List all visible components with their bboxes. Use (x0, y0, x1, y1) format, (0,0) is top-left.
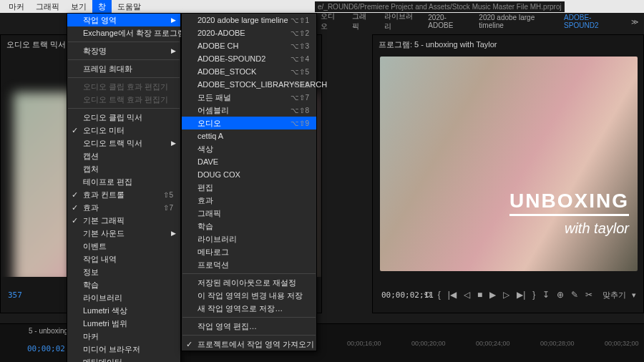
window-menu[interactable]: 작업 영역▶Exchange에서 확장 프로그램 찾기…확장명▶프레임 최대화오… (67, 13, 181, 362)
transport-button[interactable]: } (532, 290, 535, 300)
transport-button[interactable]: ✂ (585, 290, 592, 300)
menu-item[interactable]: 효과 (182, 194, 316, 207)
transport-button[interactable]: ▶| (517, 290, 525, 300)
menu-item[interactable]: cettiq A (182, 129, 316, 142)
workspace-tab[interactable]: ADOBE-SPOUND2 (558, 14, 624, 29)
menu-item[interactable]: 프로덕션 (182, 258, 316, 271)
menu-item[interactable]: 어셈블리⌥⇧8 (182, 104, 316, 117)
menu-item-label: 어셈블리 (197, 105, 229, 116)
menu-item[interactable]: 새 작업 영역으로 저장… (182, 302, 316, 315)
menu-item[interactable]: ✓기본 그래픽 (67, 214, 180, 227)
workspace-tab[interactable]: 2020-ADOBE (422, 14, 472, 29)
menu-item[interactable]: Lumetri 범위 (67, 317, 180, 330)
workspace-submenu[interactable]: 2020 adobe large timeline⌥⇧12020-ADOBE⌥⇧… (181, 13, 317, 351)
menu-item[interactable]: 미디어 브라우저 (67, 343, 180, 356)
menu-item[interactable]: 저장된 레이아웃으로 재설정 (182, 276, 316, 289)
menu-item[interactable]: ✓프로젝트에서 작업 영역 가져오기 (182, 338, 316, 351)
menu-item-label: ADOBE CH (197, 41, 238, 50)
transport-button[interactable]: ▶ (489, 290, 496, 300)
menu-item[interactable]: 기본 사운드▶ (67, 227, 180, 240)
menu-item-label: 2020 adobe large timeline (197, 16, 288, 24)
menu-item[interactable]: Exchange에서 확장 프로그램 찾기… (67, 26, 180, 39)
menubar-item[interactable]: 그래픽 (30, 0, 65, 14)
workspace-tabs[interactable]: 오디오그래픽라이브러리2020-ADOBE2020 adobe large ti… (315, 13, 644, 30)
menu-item[interactable]: 캡션 (67, 150, 180, 162)
menu-item[interactable]: ✓효과 컨트롤⇧5 (67, 188, 180, 201)
menu-item[interactable]: ADOBE-SPOUND2⌥⇧4 (182, 52, 316, 65)
workspace-tab[interactable]: 그래픽 (346, 11, 376, 31)
menu-item[interactable]: DAVE (182, 155, 316, 168)
menu-item[interactable]: Lumetri 색상 (67, 304, 180, 317)
menu-item[interactable]: 라이브러리 (67, 291, 180, 304)
menu-item-label: 마커 (83, 331, 99, 342)
menu-item[interactable]: 모든 패널⌥⇧7 (182, 91, 316, 104)
menu-item[interactable]: 학습 (182, 220, 316, 233)
transport-button[interactable]: |◀ (448, 290, 457, 300)
check-icon: ✓ (72, 126, 78, 135)
workspace-tab[interactable]: 2020 adobe large timeline (473, 14, 557, 29)
menu-item-label: 저장된 레이아웃으로 재설정 (197, 278, 296, 288)
shortcut-label: ⌥⇧3 (291, 42, 309, 50)
menu-item[interactable]: 메타로그 (182, 245, 316, 258)
menu-item-label: 오디오 (197, 118, 221, 129)
menu-item[interactable]: 캡처 (67, 162, 180, 175)
menu-item-label: 오디오 트랙 효과 편집기 (83, 94, 168, 105)
menu-item[interactable]: 라이브러리 (182, 233, 316, 245)
menu-item[interactable]: 오디오 클립 믹서 (67, 111, 180, 124)
program-tc: 00;00;02;11 (381, 290, 434, 300)
transport-button[interactable]: ✎ (571, 290, 578, 300)
workspace-tab[interactable]: 라이브러리 (379, 11, 421, 31)
menu-item[interactable]: 작업 영역▶ (67, 14, 180, 26)
menu-item[interactable]: ADOBE_STOCK_LIBRARYSEARCH⌥⇧6 (182, 78, 316, 91)
menu-item[interactable]: 메타데이터 (67, 356, 180, 362)
transport-button[interactable]: ◁ (464, 290, 470, 300)
chevron-down-icon: ▾ (632, 290, 636, 300)
menu-item[interactable]: 오디오⌥⇧9 (182, 117, 316, 129)
ruler-mark: 00;00;28;00 (540, 340, 575, 347)
menu-item[interactable]: 2020 adobe large timeline⌥⇧1 (182, 14, 316, 26)
menu-item[interactable]: 이벤트 (67, 240, 180, 253)
menu-item[interactable]: 그래픽 (182, 207, 316, 220)
menubar-item[interactable]: 창 (92, 0, 112, 14)
transport-button[interactable]: ↧ (542, 290, 550, 300)
ruler-mark: 00;00;20;00 (411, 340, 446, 347)
menu-item[interactable]: 작업 내역 (67, 253, 180, 265)
menu-item-label: 정보 (83, 267, 99, 278)
menu-item[interactable]: 프레임 최대화 (67, 62, 180, 75)
transport-button[interactable]: ■ (477, 290, 482, 300)
menu-item[interactable]: 이 작업 영역의 변경 내용 저장 (182, 289, 316, 302)
shortcut-label: ⌥⇧7 (291, 94, 309, 102)
menu-item[interactable]: ADOBE_STOCK⌥⇧5 (182, 65, 316, 78)
transport-button[interactable]: ▷ (503, 290, 509, 300)
menu-item[interactable]: 마커 (67, 330, 180, 343)
menu-item[interactable]: 작업 영역 편집… (182, 320, 316, 333)
menu-item[interactable]: ✓효과⇧7 (67, 201, 180, 214)
menu-item[interactable]: DOUG COX (182, 168, 316, 181)
menu-item[interactable]: 오디오 트랙 믹서▶ (67, 137, 180, 150)
transport-button[interactable]: ⊕ (557, 290, 564, 300)
menubar-item[interactable]: 마커 (3, 0, 30, 14)
menu-item-label: 프로덕션 (197, 260, 229, 270)
menu-item-label: 작업 내역 (83, 254, 117, 265)
submenu-arrow-icon: ▶ (171, 47, 176, 54)
program-fit-dropdown[interactable]: 맞추기 (602, 290, 626, 300)
menu-item[interactable]: 색상 (182, 142, 316, 155)
menu-item-label: 이벤트 (83, 241, 107, 252)
menu-item: 오디오 트랙 효과 편집기 (67, 93, 180, 106)
menu-item[interactable]: 편집 (182, 181, 316, 194)
menubar-item[interactable]: 도움말 (112, 0, 147, 14)
menu-item[interactable]: 정보 (67, 265, 180, 278)
menubar-item[interactable]: 보기 (65, 0, 92, 14)
menu-item[interactable]: 테이프로 편집 (67, 175, 180, 188)
workspace-tabs-more[interactable]: ≫ (625, 18, 644, 26)
workspace-tab[interactable]: 오디오 (315, 11, 345, 31)
menu-item[interactable]: 확장명▶ (67, 44, 180, 57)
menu-item[interactable]: ADOBE CH⌥⇧3 (182, 39, 316, 52)
source-tc-left: 357 (8, 290, 22, 300)
menu-item[interactable]: ✓오디오 미터 (67, 124, 180, 137)
menu-item-label: 작업 영역 (83, 15, 117, 26)
menu-item[interactable]: 2020-ADOBE⌥⇧2 (182, 26, 316, 39)
transport-button[interactable]: { (438, 290, 441, 300)
menu-item[interactable]: 학습 (67, 278, 180, 291)
shortcut-label: ⌥⇧4 (291, 55, 309, 63)
